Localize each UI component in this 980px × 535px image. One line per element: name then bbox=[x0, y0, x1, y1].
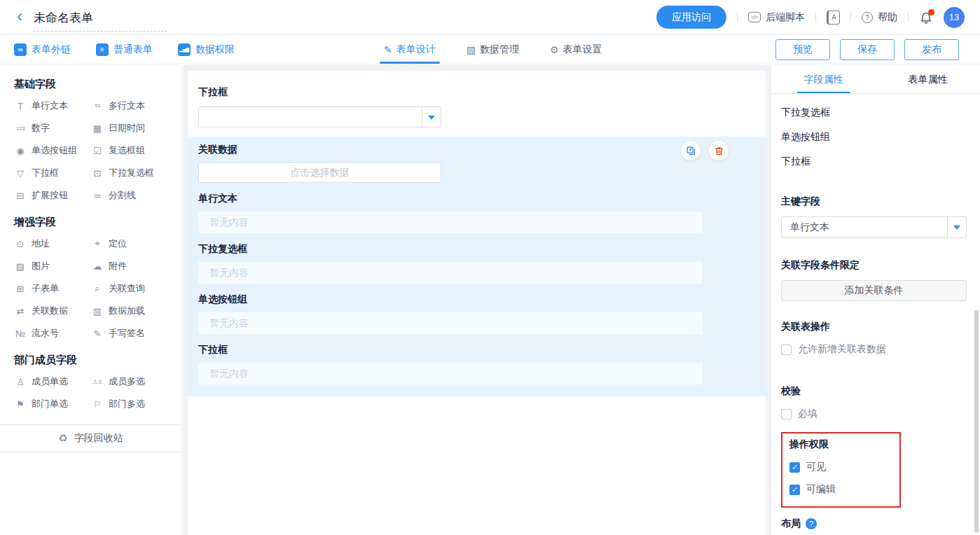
palette-item-single-line-text[interactable]: T单行文本 bbox=[14, 95, 91, 117]
address-book-icon[interactable]: A bbox=[827, 11, 840, 25]
tab-data-management[interactable]: ▧ 数据管理 bbox=[467, 35, 519, 64]
notification-bell-icon[interactable] bbox=[919, 11, 933, 25]
checkbox-unchecked[interactable] bbox=[781, 345, 792, 355]
app-access-button[interactable]: 应用访问 bbox=[656, 6, 726, 29]
tab-form-design[interactable]: ✎ 表单设计 bbox=[384, 35, 436, 64]
property-panel: 字段属性 表单属性 下拉复选框 单选按钮组 下拉框 主键字段 单行文本 关联字段… bbox=[771, 65, 980, 535]
canvas-field-select[interactable]: 下拉框 bbox=[198, 86, 755, 127]
checkbox-checked[interactable] bbox=[789, 485, 800, 495]
palette-item-location[interactable]: ⌖定位 bbox=[91, 232, 168, 255]
person-icon: ♙ bbox=[14, 377, 27, 387]
palette-item-radio-group[interactable]: ◉单选按钮组 bbox=[14, 139, 91, 162]
palette-item-serial-number[interactable]: №流水号 bbox=[14, 322, 91, 345]
palette-item-datetime[interactable]: ▦日期时间 bbox=[91, 117, 168, 139]
palette-item-extend-button[interactable]: ⊟扩展按钮 bbox=[14, 184, 91, 207]
field-recycle-bin-button[interactable]: ♻ 字段回收站 bbox=[0, 424, 181, 452]
preview-button[interactable]: 预览 bbox=[775, 39, 830, 60]
section-title-dept-member-fields: 部门成员字段 bbox=[14, 354, 181, 367]
tab-form-settings-label: 表单设置 bbox=[563, 43, 602, 56]
divider-line-icon: ═ bbox=[91, 190, 104, 201]
field-list-item[interactable]: 下拉复选框 bbox=[781, 101, 966, 125]
palette-item-dept-single[interactable]: ⚑部门单选 bbox=[14, 393, 91, 415]
palette-item-member-multi[interactable]: ♙♙成员多选 bbox=[91, 370, 168, 393]
palette-item-image[interactable]: ▨图片 bbox=[14, 255, 91, 277]
divider bbox=[908, 13, 909, 22]
layout-help-icon[interactable]: ? bbox=[806, 518, 817, 529]
palette-label: 日期时间 bbox=[109, 122, 145, 134]
panel-scrollbar[interactable] bbox=[974, 310, 979, 533]
question-circle-icon: ? bbox=[862, 12, 873, 23]
palette-item-data-load[interactable]: ▥数据加载 bbox=[91, 300, 168, 322]
checkbox-checked[interactable] bbox=[789, 462, 800, 473]
data-permission-button[interactable]: ▂▅▇ 数据权限 bbox=[178, 43, 235, 56]
subfield-label: 单行文本 bbox=[198, 193, 755, 205]
field-list-item[interactable]: 下拉框 bbox=[781, 150, 966, 174]
delete-field-button[interactable] bbox=[709, 141, 729, 160]
palette-label: 成员单选 bbox=[32, 375, 68, 388]
editable-option[interactable]: 可编辑 bbox=[789, 483, 892, 496]
palette-item-dept-multi[interactable]: ⚐部门多选 bbox=[91, 393, 168, 415]
palette-item-relation-query[interactable]: ⌕关联查询 bbox=[91, 277, 168, 300]
field-label: 下拉框 bbox=[198, 86, 755, 99]
subfield-preview: 暂无内容 bbox=[198, 363, 703, 384]
data-management-icon: ▧ bbox=[467, 44, 476, 55]
backend-script-button[interactable]: </> 后端脚本 bbox=[748, 11, 805, 24]
palette-item-address[interactable]: ⊙地址 bbox=[14, 232, 91, 255]
checkbox-label: 可编辑 bbox=[806, 483, 836, 496]
relation-condition-title: 关联字段条件限定 bbox=[781, 259, 966, 272]
palette-item-number[interactable]: 123数字 bbox=[14, 117, 91, 139]
checkbox-unchecked[interactable] bbox=[781, 409, 792, 419]
tab-form-properties[interactable]: 表单属性 bbox=[876, 65, 980, 93]
publish-button[interactable]: 发布 bbox=[904, 39, 959, 60]
field-list-item[interactable]: 单选按钮组 bbox=[781, 125, 966, 150]
save-button[interactable]: 保存 bbox=[840, 39, 895, 60]
tab-field-properties[interactable]: 字段属性 bbox=[771, 65, 876, 93]
serial-number-icon: № bbox=[14, 328, 27, 339]
palette-item-select[interactable]: ▽下拉框 bbox=[14, 162, 91, 184]
multi-select-icon: ⊡ bbox=[91, 168, 104, 179]
allow-add-relation-data-option[interactable]: 允许新增关联表数据 bbox=[781, 343, 966, 356]
tab-form-settings[interactable]: ⚙ 表单设置 bbox=[550, 35, 602, 64]
add-relation-condition-button[interactable]: 添加关联条件 bbox=[781, 280, 967, 301]
normal-form-button[interactable]: ≡ 普通表单 bbox=[96, 43, 153, 56]
palette-item-attachment[interactable]: ☁附件 bbox=[91, 255, 168, 277]
field-label: 关联数据 bbox=[198, 144, 755, 156]
user-avatar[interactable]: 13 bbox=[944, 7, 965, 28]
copy-field-button[interactable] bbox=[681, 141, 701, 160]
form-title-editable[interactable]: 未命名表单 bbox=[34, 10, 167, 32]
dept-flag-outline-icon: ⚐ bbox=[91, 399, 104, 410]
subfield-label: 下拉框 bbox=[198, 344, 755, 356]
palette-item-member-single[interactable]: ♙成员单选 bbox=[14, 370, 91, 393]
visible-option[interactable]: 可见 bbox=[789, 461, 892, 473]
form-design-icon: ✎ bbox=[384, 44, 392, 55]
palette-item-multi-line-text[interactable]: T≡多行文本 bbox=[91, 95, 168, 117]
image-icon: ▨ bbox=[14, 261, 27, 272]
validation-title: 校验 bbox=[781, 385, 966, 398]
data-picker-input[interactable]: 点击选择数据 bbox=[198, 162, 441, 183]
primary-key-select[interactable]: 单行文本 bbox=[781, 216, 967, 238]
palette-item-subform[interactable]: ⊞子表单 bbox=[14, 277, 91, 300]
form-external-link-label: 表单外链 bbox=[32, 43, 71, 56]
back-button[interactable]: ‹ bbox=[17, 8, 22, 25]
form-design-canvas: 下拉框 关联数据 点击选择数据 单行文本 暂无内容 下拉复选框 暂无内容 单选按… bbox=[188, 71, 766, 535]
palette-item-relation-data[interactable]: ⇄关联数据 bbox=[14, 300, 91, 322]
palette-item-checkbox-group[interactable]: ☑复选框组 bbox=[91, 139, 168, 162]
palette-label: 附件 bbox=[109, 260, 127, 272]
palette-label: 成员多选 bbox=[109, 375, 145, 388]
palette-item-divider-line[interactable]: ═分割线 bbox=[91, 184, 168, 207]
palette-item-signature[interactable]: ✎手写签名 bbox=[91, 322, 168, 345]
form-settings-icon: ⚙ bbox=[550, 44, 559, 55]
document-icon: ≡ bbox=[96, 43, 109, 56]
form-external-link-button[interactable]: ∞ 表单外链 bbox=[14, 43, 71, 56]
palette-item-multi-select[interactable]: ⊡下拉复选框 bbox=[91, 162, 168, 184]
help-button[interactable]: ? 帮助 bbox=[862, 11, 897, 24]
center-tabs: ✎ 表单设计 ▧ 数据管理 ⚙ 表单设置 bbox=[384, 35, 602, 64]
subfield-preview: 暂无内容 bbox=[198, 312, 703, 334]
selected-field-relation-data[interactable]: 关联数据 点击选择数据 单行文本 暂无内容 下拉复选框 暂无内容 单选按钮组 暂… bbox=[188, 137, 766, 396]
form-toolbar: ∞ 表单外链 ≡ 普通表单 ▂▅▇ 数据权限 ✎ 表单设计 ▧ 数据管理 ⚙ 表… bbox=[0, 35, 980, 64]
layout-title: 布局 bbox=[781, 517, 801, 530]
chevron-down-icon bbox=[947, 217, 966, 237]
required-option[interactable]: 必填 bbox=[781, 408, 966, 420]
select-input[interactable] bbox=[198, 106, 441, 127]
radio-icon: ◉ bbox=[14, 146, 27, 156]
